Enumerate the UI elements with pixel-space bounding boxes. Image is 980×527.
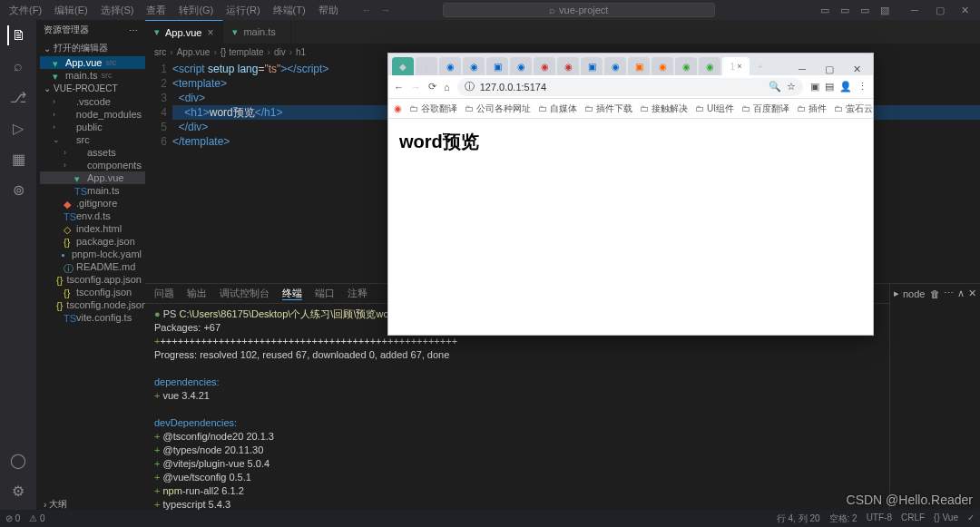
file-tree-item[interactable]: {}package.json xyxy=(40,235,145,248)
panel-tab[interactable]: 端口 xyxy=(315,287,335,300)
close-button[interactable]: ✕ xyxy=(955,5,976,16)
forward-button[interactable]: → xyxy=(411,82,421,93)
browser-tab[interactable]: ◉ xyxy=(699,57,720,75)
browser-tab[interactable]: ▣ xyxy=(628,57,650,75)
layout-controls[interactable]: ▭ ▭ ▭ ▧ xyxy=(818,5,891,16)
file-tree-item[interactable]: ⓘREADME.md xyxy=(40,260,145,273)
browser-maximize[interactable]: ▢ xyxy=(817,63,842,75)
file-tree-item[interactable]: ◇index.html xyxy=(40,222,145,235)
status-item[interactable]: 空格: 2 xyxy=(829,512,858,525)
browser-tab[interactable]: ▣ xyxy=(486,57,508,75)
status-item[interactable]: ✓ xyxy=(967,512,975,525)
open-editors-header[interactable]: ⌄打开的编辑器 xyxy=(36,40,145,56)
panel-left-icon[interactable]: ▭ xyxy=(818,5,831,16)
status-item[interactable]: CRLF xyxy=(901,512,925,525)
open-editor-item[interactable]: ▾App.vue src xyxy=(40,56,145,69)
back-button[interactable]: ← xyxy=(394,82,404,93)
extensions-icon[interactable]: ▦ xyxy=(8,149,28,169)
site-info-icon[interactable]: ⓘ xyxy=(465,80,475,93)
outline-header[interactable]: ›大纲 xyxy=(36,496,145,510)
browser-tab[interactable]: ◉ xyxy=(557,57,579,75)
editor-tab[interactable]: ▾App.vue× xyxy=(145,20,223,44)
test-icon[interactable]: ⊚ xyxy=(8,180,28,200)
bookmark-star-icon[interactable]: ☆ xyxy=(787,81,796,93)
search-icon[interactable]: ⌕ xyxy=(8,56,28,76)
menu-item[interactable]: 文件(F) xyxy=(4,2,47,19)
layout-icon[interactable]: ▧ xyxy=(878,5,891,16)
source-control-icon[interactable]: ⎇ xyxy=(8,87,28,107)
browser-tab[interactable]: ◉ xyxy=(510,57,532,75)
file-tree-item[interactable]: ›.vscode xyxy=(40,95,145,108)
panel-tab[interactable]: 问题 xyxy=(154,287,174,300)
file-tree-item[interactable]: TSenv.d.ts xyxy=(40,210,145,222)
menu-item[interactable]: 编辑(E) xyxy=(49,2,93,19)
bookmark-item[interactable]: 🗀萤石云摄像头 xyxy=(834,102,873,115)
maximize-button[interactable]: ▢ xyxy=(929,5,951,16)
menu-item[interactable]: 选择(S) xyxy=(95,2,140,19)
profile-icon[interactable]: 👤 xyxy=(839,81,852,93)
panel-tab[interactable]: 输出 xyxy=(187,287,207,300)
panel-tab[interactable]: 终端 xyxy=(282,287,302,300)
browser-tab[interactable]: ◉ xyxy=(463,57,485,75)
browser-minimize[interactable]: ─ xyxy=(789,63,815,75)
browser-tab-active[interactable]: 1× xyxy=(722,57,750,75)
status-item[interactable]: ⊘ 0 xyxy=(5,513,20,523)
browser-close[interactable]: ✕ xyxy=(844,63,869,75)
nav-arrows[interactable]: ←→ xyxy=(362,5,391,15)
browser-tab[interactable]: ◆ xyxy=(392,57,414,75)
reload-button[interactable]: ⟳ xyxy=(428,81,436,93)
home-button[interactable]: ⌂ xyxy=(444,82,450,93)
extension-icon[interactable]: ▣ xyxy=(810,81,819,93)
settings-icon[interactable]: ⚙ xyxy=(8,481,28,501)
browser-tab[interactable]: ◉ xyxy=(675,57,697,75)
file-tree-item[interactable]: ›public xyxy=(40,121,145,133)
status-item[interactable]: ⚠ 0 xyxy=(29,513,44,523)
panel-tab[interactable]: 注释 xyxy=(348,287,368,300)
search-in-page-icon[interactable]: 🔍 xyxy=(769,81,781,93)
file-tree-item[interactable]: {}tsconfig.json xyxy=(40,286,145,298)
breadcrumb-item[interactable]: h1 xyxy=(296,47,306,57)
panel-tab[interactable]: 调试控制台 xyxy=(220,287,270,300)
extension-icon[interactable]: ▤ xyxy=(825,81,834,93)
browser-tab[interactable]: ◉ xyxy=(652,57,673,75)
account-icon[interactable]: ◯ xyxy=(8,450,28,470)
menu-item[interactable]: 终端(T) xyxy=(268,2,311,19)
status-item[interactable]: 行 4, 列 20 xyxy=(777,512,820,525)
file-tree-item[interactable]: ›assets xyxy=(40,146,145,159)
terminal-list[interactable]: ▸node🗑⋯∧✕ xyxy=(889,284,980,510)
file-tree-item[interactable]: ▾App.vue xyxy=(40,171,145,184)
breadcrumb-item[interactable]: src xyxy=(154,47,166,57)
file-tree-item[interactable]: {}tsconfig.app.json xyxy=(40,273,145,286)
new-tab-button[interactable]: + xyxy=(751,57,769,75)
breadcrumb-item[interactable]: {} template xyxy=(220,47,264,57)
open-editor-item[interactable]: ▾main.ts src xyxy=(40,69,145,82)
browser-tab[interactable]: ◉ xyxy=(439,57,461,75)
breadcrumb-item[interactable]: App.vue xyxy=(177,47,211,57)
file-tree-item[interactable]: ▪pnpm-lock.yaml xyxy=(40,248,145,260)
bookmark-item[interactable]: 🗀公司各种网址 xyxy=(465,102,531,115)
file-tree-item[interactable]: {}tsconfig.node.json xyxy=(40,298,145,311)
browser-tab[interactable]: ◉ xyxy=(534,57,555,75)
bookmark-item[interactable]: 🗀插件 xyxy=(797,102,827,115)
file-tree-item[interactable]: ›node_modules xyxy=(40,108,145,121)
panel-right-icon[interactable]: ▭ xyxy=(858,5,871,16)
debug-icon[interactable]: ▷ xyxy=(8,118,28,138)
close-tab-icon[interactable]: × xyxy=(207,26,213,39)
address-bar[interactable]: ⓘ 127.0.0.1:5174 🔍 ☆ xyxy=(457,78,803,96)
bookmark-item[interactable]: ◉ xyxy=(394,103,402,113)
command-search[interactable]: ⌕ vue-project xyxy=(443,3,715,17)
bookmark-item[interactable]: 🗀UI组件 xyxy=(695,102,734,115)
bookmark-item[interactable]: 🗀接触解决 xyxy=(640,102,688,115)
file-tree-item[interactable]: ⌄src xyxy=(40,133,145,146)
file-tree-item[interactable]: ◆.gitignore xyxy=(40,197,145,210)
explorer-icon[interactable]: 🗎 xyxy=(7,25,27,45)
minimize-button[interactable]: ─ xyxy=(904,5,926,16)
menu-item[interactable]: 帮助 xyxy=(313,2,344,19)
status-item[interactable]: {} Vue xyxy=(934,512,958,525)
bookmark-item[interactable]: 🗀自媒体 xyxy=(538,102,577,115)
panel-bottom-icon[interactable]: ▭ xyxy=(838,5,851,16)
editor-tab[interactable]: ▾main.ts xyxy=(223,20,290,44)
file-tree-item[interactable]: TSvite.config.ts xyxy=(40,311,145,324)
more-icon[interactable]: ⋯ xyxy=(129,25,138,35)
browser-tab[interactable]: ▣ xyxy=(581,57,603,75)
